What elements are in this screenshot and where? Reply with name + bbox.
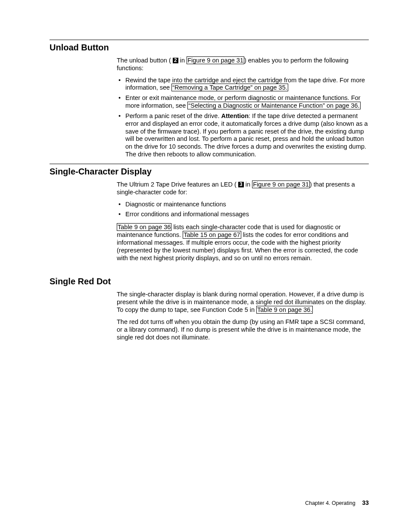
xref-figure-9-p31[interactable]: Figure 9 on page 31: [187, 56, 244, 64]
red-para-1: The single-character display is blank du…: [117, 291, 369, 314]
xref-selecting-diagnostic-p36[interactable]: “Selecting a Diagnostic or Maintenance F…: [187, 102, 360, 109]
text: in: [180, 57, 187, 64]
body-scd: The Ultrium 2 Tape Drive features an LED…: [117, 181, 369, 262]
list-item: Diagnostic or maintenance functions: [117, 201, 369, 208]
text: The single-character display is blank du…: [117, 291, 366, 313]
callout-number-icon: 3: [238, 182, 244, 187]
scd-para-2: Table 9 on page 36 lists each single-cha…: [117, 224, 369, 262]
heading-unload-button: Unload Button: [50, 43, 369, 53]
text: in: [246, 181, 252, 188]
xref-figure-9-p31[interactable]: Figure 9 on page 31: [252, 180, 310, 188]
body-red: The single-character display is blank du…: [117, 291, 369, 341]
list-item: Perform a panic reset of the drive. Atte…: [117, 112, 369, 159]
heading-single-red-dot: Single Red Dot: [50, 277, 369, 286]
section-rule-unload: [50, 40, 369, 40]
page-number: 33: [362, 499, 369, 506]
unload-list: Rewind the tape into the cartridge and e…: [117, 77, 369, 159]
xref-table-9-p36[interactable]: Table 9 on page 36: [117, 223, 171, 231]
list-item: Rewind the tape into the cartridge and e…: [117, 77, 369, 92]
text: Diagnostic or maintenance functions: [125, 201, 226, 208]
scd-intro: The Ultrium 2 Tape Drive features an LED…: [117, 181, 369, 196]
heading-single-char-display: Single-Character Display: [50, 167, 369, 177]
red-para-2: The red dot turns off when you obtain th…: [117, 318, 369, 341]
chapter-label: Chapter 4. Operating: [305, 500, 355, 506]
page-footer: Chapter 4. Operating 33: [305, 499, 369, 506]
section-rule-scd: [50, 164, 369, 164]
page: Unload Button The unload button ( 2 in F…: [0, 0, 411, 532]
xref-removing-cartridge-p35[interactable]: “Removing a Tape Cartridge” on page 35.: [171, 84, 288, 91]
unload-intro: The unload button ( 2 in Figure 9 on pag…: [117, 57, 369, 72]
list-item: Enter or exit maintenance mode, or perfo…: [117, 94, 369, 110]
scd-list: Diagnostic or maintenance functions Erro…: [117, 201, 369, 219]
xref-table-15-p67[interactable]: Table 15 on page 67: [183, 231, 241, 239]
attention-label: Attention: [221, 112, 249, 119]
xref-table-9-p36[interactable]: Table 9 on page 36.: [256, 306, 313, 314]
callout-number-icon: 2: [173, 58, 178, 63]
text: The Ultrium 2 Tape Drive features an LED…: [117, 181, 237, 188]
text: Perform a panic reset of the drive.: [125, 112, 221, 119]
text: The unload button (: [117, 57, 171, 64]
body-unload: The unload button ( 2 in Figure 9 on pag…: [117, 57, 369, 159]
list-item: Error conditions and informational messa…: [117, 211, 369, 218]
text: Error conditions and informational messa…: [125, 211, 249, 218]
